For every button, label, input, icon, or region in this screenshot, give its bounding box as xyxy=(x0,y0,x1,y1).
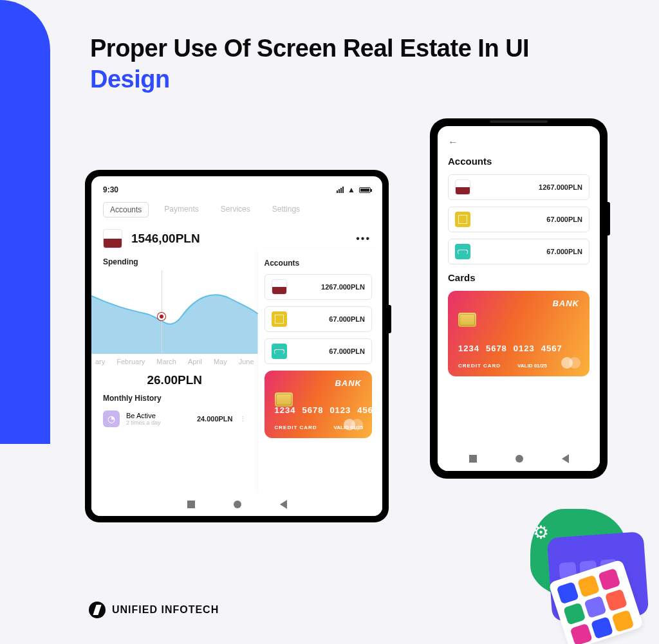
tablet-screen: 9:30 ▲ Accounts Payments Services Settin… xyxy=(91,176,382,516)
title-line-1: Proper Use Of Screen Real Estate In UI xyxy=(90,35,529,62)
activity-icon: ◔ xyxy=(103,410,120,427)
highlight-amount: 26.00PLN xyxy=(91,367,258,391)
chip-icon xyxy=(458,313,476,327)
account-row[interactable]: 67.000PLN xyxy=(448,207,589,232)
main-balance: 1546,00PLN xyxy=(131,232,200,246)
android-nav xyxy=(91,493,382,516)
flag-icon xyxy=(272,279,287,295)
spending-column: Spending ary February March April May Ju… xyxy=(91,250,258,512)
card-num-group: 0123 xyxy=(514,344,535,353)
phone-screen: ← Accounts 1267.000PLN 67.000PLN 67.000P… xyxy=(438,126,600,471)
page-accent xyxy=(0,0,50,444)
card-type: CREDIT CARD xyxy=(275,425,317,430)
card-num-group: 4567 xyxy=(357,405,378,415)
account-value: 1267.000PLN xyxy=(539,183,582,191)
page-title: Proper Use Of Screen Real Estate In UI D… xyxy=(90,33,529,95)
tab-payments[interactable]: Payments xyxy=(158,202,205,217)
account-value: 67.000PLN xyxy=(329,315,365,323)
nav-home[interactable] xyxy=(234,501,241,508)
months-axis: ary February March April May June xyxy=(91,354,258,367)
history-label: Monthly History xyxy=(103,391,246,407)
card-num-group: 4567 xyxy=(541,344,562,353)
account-row[interactable]: 67.000PLN xyxy=(265,338,372,364)
more-menu[interactable]: ••• xyxy=(356,233,371,244)
back-button[interactable]: ← xyxy=(448,136,589,148)
flag-icon xyxy=(455,179,470,195)
month-label: April xyxy=(188,358,202,365)
brand-text: UNIFIED INFOTECH xyxy=(112,604,219,616)
card-num-group: 1234 xyxy=(275,405,296,415)
phone-device: ← Accounts 1267.000PLN 67.000PLN 67.000P… xyxy=(430,118,608,479)
signal-icon xyxy=(337,187,344,193)
status-icons: ▲ xyxy=(337,185,371,194)
history-more[interactable]: ⋮ xyxy=(239,415,246,423)
tablet-device: 9:30 ▲ Accounts Payments Services Settin… xyxy=(85,170,389,522)
card-num-group: 5678 xyxy=(486,344,507,353)
mastercard-icon xyxy=(344,419,363,430)
card-bank: BANK xyxy=(335,378,362,388)
flag-icon xyxy=(103,229,122,248)
accounts-panel: Accounts 1267.000PLN 67.000PLN 67.000PLN… xyxy=(258,250,382,512)
card-num-group: 5678 xyxy=(302,405,323,415)
history-item[interactable]: ◔ Be Active 2 times a day 24.000PLN ⋮ xyxy=(103,407,246,431)
status-bar: 9:30 ▲ xyxy=(91,176,382,199)
card-num-group: 1234 xyxy=(458,344,479,353)
corner-decoration: ⚙ ⚙ xyxy=(492,509,659,644)
card-number: 1234 5678 0123 4567 xyxy=(458,344,579,353)
account-row[interactable]: 67.000PLN xyxy=(265,306,372,332)
account-value: 67.000PLN xyxy=(546,216,582,223)
account-value: 67.000PLN xyxy=(546,248,582,255)
book-icon xyxy=(455,212,470,227)
gear-icon: ⚙ xyxy=(533,522,549,543)
cards-label: Cards xyxy=(448,272,589,283)
nav-recent[interactable] xyxy=(469,455,477,463)
credit-card[interactable]: BANK 1234 5678 0123 4567 CREDIT CARD VAL… xyxy=(265,371,372,438)
glasses-icon xyxy=(272,344,287,359)
tab-accounts[interactable]: Accounts xyxy=(103,202,149,217)
card-number: 1234 5678 0123 4567 xyxy=(275,405,362,415)
card-type: CREDIT CARD xyxy=(458,363,501,369)
account-row[interactable]: 1267.000PLN xyxy=(448,174,589,200)
mastercard-icon xyxy=(561,357,580,369)
month-label: ary xyxy=(95,358,105,365)
month-label: March xyxy=(156,358,176,365)
status-time: 9:30 xyxy=(103,185,118,194)
card-bank: BANK xyxy=(552,299,579,308)
account-value: 67.000PLN xyxy=(329,347,365,355)
credit-card[interactable]: BANK 1234 5678 0123 4567 CREDIT CARD VAL… xyxy=(448,291,589,376)
account-value: 1267.000PLN xyxy=(321,283,365,291)
spending-label: Spending xyxy=(91,255,258,270)
nav-back[interactable] xyxy=(562,454,569,463)
accounts-label: Accounts xyxy=(448,156,589,167)
android-nav xyxy=(438,446,600,471)
month-label: May xyxy=(214,358,227,365)
gear-icon: ⚙ xyxy=(551,540,562,555)
month-label: June xyxy=(239,358,254,365)
glasses-icon xyxy=(455,244,470,259)
history-title: Be Active xyxy=(126,412,161,419)
history-sub: 2 times a day xyxy=(126,419,161,426)
tab-services[interactable]: Services xyxy=(214,202,257,217)
month-label: February xyxy=(116,358,145,365)
tabs: Accounts Payments Services Settings xyxy=(91,199,382,224)
account-row[interactable]: 67.000PLN xyxy=(448,239,589,264)
card-num-group: 0123 xyxy=(330,405,351,415)
chart-point xyxy=(158,313,165,320)
nav-home[interactable] xyxy=(515,455,523,463)
battery-icon xyxy=(359,187,371,193)
account-row[interactable]: 1267.000PLN xyxy=(265,274,372,300)
accounts-label: Accounts xyxy=(265,259,372,274)
wifi-icon: ▲ xyxy=(348,185,355,194)
card-valid: VALID 01/25 xyxy=(517,363,547,369)
book-icon xyxy=(272,311,287,327)
title-line-2: Design xyxy=(90,66,170,93)
spending-chart[interactable] xyxy=(91,270,258,354)
nav-recent[interactable] xyxy=(187,501,195,508)
brand: UNIFIED INFOTECH xyxy=(89,602,219,618)
tab-settings[interactable]: Settings xyxy=(266,202,306,217)
nav-back[interactable] xyxy=(280,500,287,509)
brand-logo-icon xyxy=(89,602,106,618)
main-balance-row: 1546,00PLN ••• xyxy=(91,224,382,250)
history-amount: 24.000PLN xyxy=(197,415,233,423)
